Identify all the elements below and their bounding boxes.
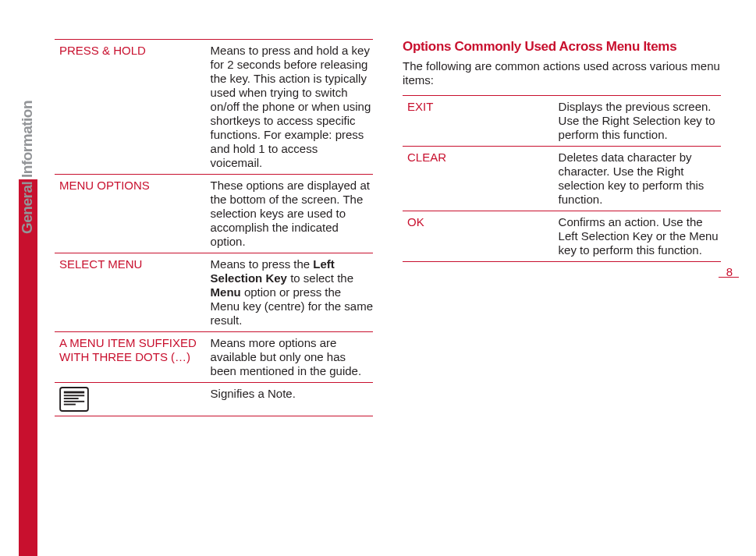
svg-rect-1 bbox=[64, 391, 84, 394]
right-table: EXITDisplays the previous screen. Use th… bbox=[403, 95, 721, 262]
term-cell: PRESS & HOLD bbox=[59, 44, 211, 170]
term-cell: A MENU ITEM SUFFIXED WITH THREE DOTS (…) bbox=[59, 336, 211, 378]
section-heading: Options Commonly Used Across Menu Items bbox=[403, 39, 721, 55]
table-row: A MENU ITEM SUFFIXED WITH THREE DOTS (…)… bbox=[55, 332, 373, 383]
left-table: PRESS & HOLDMeans to press and hold a ke… bbox=[55, 39, 373, 416]
term-cell: MENU OPTIONS bbox=[59, 179, 211, 249]
term-cell: OK bbox=[407, 215, 559, 257]
desc-cell: Means to press the Left Selection Key to… bbox=[211, 257, 373, 328]
svg-rect-5 bbox=[64, 404, 76, 405]
table-row: SELECT MENUMeans to press the Left Selec… bbox=[55, 253, 373, 332]
side-tab-bar bbox=[19, 0, 37, 556]
table-row: CLEARDeletes data character by character… bbox=[403, 147, 721, 211]
note-icon bbox=[59, 387, 89, 412]
content-columns: PRESS & HOLDMeans to press and hold a ke… bbox=[55, 39, 721, 416]
svg-rect-3 bbox=[64, 398, 79, 399]
term-cell bbox=[59, 387, 211, 412]
table-row: MENU OPTIONSThese options are displayed … bbox=[55, 175, 373, 253]
page-number-rule bbox=[719, 277, 739, 278]
term-cell: EXIT bbox=[407, 100, 559, 142]
right-column: Options Commonly Used Across Menu Items … bbox=[403, 39, 721, 416]
page: General Information PRESS & HOLDMeans to… bbox=[0, 0, 756, 556]
left-column: PRESS & HOLDMeans to press and hold a ke… bbox=[55, 39, 373, 416]
desc-cell: Confirms an action. Use the Left Selecti… bbox=[559, 215, 721, 257]
section-intro: The following are common actions used ac… bbox=[403, 59, 721, 87]
desc-cell: Means to press and hold a key for 2 seco… bbox=[211, 44, 373, 170]
desc-cell: Signifies a Note. bbox=[211, 387, 373, 412]
table-row: OKConfirms an action. Use the Left Selec… bbox=[403, 211, 721, 262]
table-row: EXITDisplays the previous screen. Use th… bbox=[403, 95, 721, 147]
svg-rect-2 bbox=[64, 395, 84, 396]
desc-cell: Means more options are available but onl… bbox=[211, 336, 373, 378]
term-cell: CLEAR bbox=[407, 151, 559, 207]
table-row: PRESS & HOLDMeans to press and hold a ke… bbox=[55, 39, 373, 175]
desc-cell: These options are displayed at the botto… bbox=[211, 179, 373, 249]
desc-cell: Deletes data character by character. Use… bbox=[559, 151, 721, 207]
desc-cell: Displays the previous screen. Use the Ri… bbox=[559, 100, 721, 142]
svg-rect-4 bbox=[64, 401, 84, 402]
term-cell: SELECT MENU bbox=[59, 257, 211, 328]
table-row: Signifies a Note. bbox=[55, 383, 373, 416]
side-tab-label: General Information bbox=[19, 101, 36, 234]
